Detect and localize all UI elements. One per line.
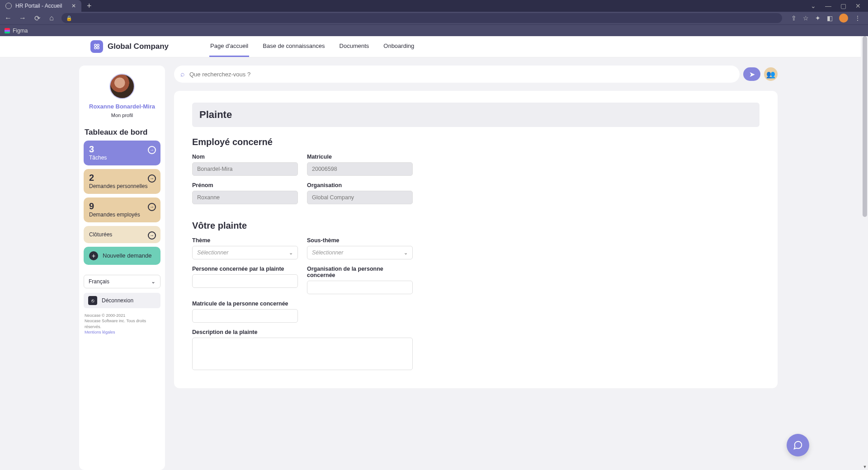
- employees-count: 9: [89, 201, 155, 212]
- textarea-description[interactable]: [192, 338, 413, 370]
- input-personne[interactable]: [192, 274, 298, 288]
- panel-icon[interactable]: ◧: [827, 14, 833, 22]
- star-icon[interactable]: ☆: [803, 14, 809, 22]
- bookmark-bar: Figma: [0, 24, 868, 36]
- search-input[interactable]: [189, 71, 733, 78]
- svg-point-0: [94, 44, 97, 47]
- send-button[interactable]: ➤: [743, 67, 760, 81]
- field-org-personne: Organisation de la personne concernée: [307, 266, 413, 294]
- dash-card-tasks[interactable]: 3 Tâches →: [84, 141, 160, 165]
- label-personne: Personne concernée par la plainte: [192, 266, 298, 272]
- select-theme[interactable]: Sélectionner ⌄: [192, 246, 298, 259]
- chat-fab[interactable]: [787, 434, 809, 456]
- employees-label: Demandes employés: [89, 212, 155, 218]
- scroll-down-icon[interactable]: ▼: [863, 465, 867, 469]
- input-organisation: Global Company: [307, 191, 413, 204]
- forward-icon[interactable]: →: [18, 14, 27, 22]
- browser-tab[interactable]: HR Portail - Accueil ✕: [0, 0, 81, 12]
- language-select[interactable]: Français ⌄: [84, 275, 160, 288]
- employee-grid: Nom Bonardel-Mira Matricule 20006598 Pré…: [192, 154, 760, 204]
- app-header: Global Company Page d'accueil Base de co…: [0, 36, 868, 57]
- dash-card-closed[interactable]: Clôturées →: [84, 226, 160, 243]
- tab-bar: HR Portail - Accueil ✕ + ⌄ — ▢ ✕: [0, 0, 868, 12]
- chevron-down-icon[interactable]: ⌄: [811, 2, 816, 9]
- my-profile-link[interactable]: Mon profil: [84, 113, 160, 118]
- arrow-right-icon: →: [148, 231, 156, 240]
- share-icon[interactable]: ⇪: [791, 14, 797, 22]
- plus-icon: +: [89, 251, 98, 260]
- nav-onboarding[interactable]: Onboarding: [382, 36, 415, 57]
- field-personne: Personne concernée par la plainte: [192, 266, 298, 294]
- section-employee-title: Employé concerné: [192, 137, 760, 147]
- label-org-personne: Organisation de la personne concernée: [307, 266, 413, 278]
- user-avatar[interactable]: [109, 74, 135, 99]
- user-name: Roxanne Bonardel-Mira: [84, 103, 160, 111]
- close-window-icon[interactable]: ✕: [855, 2, 861, 9]
- field-organisation: Organisation Global Company: [307, 182, 413, 204]
- form-panel: Plainte Employé concerné Nom Bonardel-Mi…: [174, 91, 778, 388]
- tab-title: HR Portail - Accueil: [15, 3, 62, 9]
- legal-link[interactable]: Mentions légales: [85, 330, 115, 334]
- label-matricule: Matricule: [307, 154, 413, 160]
- logout-label: Déconnexion: [102, 297, 133, 304]
- label-prenom: Prénom: [192, 182, 298, 188]
- chevron-down-icon: ⌄: [289, 250, 293, 256]
- window-controls: ⌄ — ▢ ✕: [803, 2, 868, 9]
- globe-icon: [5, 3, 12, 9]
- search-box[interactable]: ⌕: [174, 66, 740, 83]
- new-request-button[interactable]: + Nouvelle demande: [84, 247, 160, 265]
- maximize-icon[interactable]: ▢: [840, 2, 846, 9]
- legal-footer: Neocase © 2000-2021 Neocase Software inc…: [84, 313, 160, 335]
- tasks-label: Tâches: [89, 155, 155, 161]
- nav-home[interactable]: Page d'accueil: [209, 36, 249, 57]
- address-text: [75, 15, 76, 21]
- company-name: Global Company: [108, 42, 169, 51]
- close-icon[interactable]: ✕: [71, 3, 76, 9]
- input-matricule: 20006598: [307, 162, 413, 176]
- page-body: Roxanne Bonardel-Mira Mon profil Tableau…: [0, 57, 868, 470]
- field-prenom: Prénom Roxanne: [192, 182, 298, 204]
- label-nom: Nom: [192, 154, 298, 160]
- browser-chrome: HR Portail - Accueil ✕ + ⌄ — ▢ ✕ ← → ⟳ ⌂…: [0, 0, 868, 36]
- form-title: Plainte: [199, 109, 752, 121]
- figma-icon: [5, 28, 10, 33]
- nav-docs[interactable]: Documents: [339, 36, 370, 57]
- search-icon: ⌕: [180, 70, 185, 78]
- logo[interactable]: Global Company: [90, 40, 169, 53]
- top-nav: Page d'accueil Base de connaissances Doc…: [209, 36, 415, 57]
- back-icon[interactable]: ←: [4, 14, 13, 22]
- form-title-bar: Plainte: [192, 103, 760, 127]
- arrow-right-icon: →: [148, 146, 156, 154]
- reload-icon[interactable]: ⟳: [33, 14, 42, 23]
- home-icon[interactable]: ⌂: [47, 14, 56, 22]
- main-column: ⌕ ➤ 👥 Plainte Employé concerné Nom Bonar…: [174, 66, 778, 470]
- select-placeholder: Sélectionner: [197, 249, 229, 256]
- dash-card-personal[interactable]: 2 Demandes personnelles →: [84, 169, 160, 194]
- select-soustheme[interactable]: Sélectionner ⌄: [307, 246, 413, 259]
- dashboards-title: Tableaux de bord: [85, 128, 160, 137]
- extensions-icon[interactable]: ✦: [815, 14, 821, 22]
- dash-card-employees[interactable]: 9 Demandes employés →: [84, 197, 160, 222]
- chevron-down-icon: ⌄: [404, 250, 408, 256]
- bookmark-figma[interactable]: Figma: [13, 28, 28, 34]
- label-description: Description de la plainte: [192, 329, 413, 335]
- new-tab-button[interactable]: +: [81, 1, 97, 11]
- people-button[interactable]: 👥: [764, 67, 778, 81]
- sidebar: Roxanne Bonardel-Mira Mon profil Tableau…: [79, 66, 165, 470]
- chevron-down-icon: ⌄: [151, 278, 156, 285]
- menu-icon[interactable]: ⋮: [854, 14, 861, 22]
- language-value: Français: [89, 278, 109, 285]
- logout-button[interactable]: ⎋ Déconnexion: [84, 293, 160, 308]
- profile-avatar-icon[interactable]: [839, 14, 848, 23]
- field-description: Description de la plainte: [192, 329, 413, 370]
- scrollbar-track[interactable]: ▼: [861, 36, 868, 470]
- input-org-personne[interactable]: [307, 281, 413, 294]
- input-matricule-personne[interactable]: [192, 309, 298, 323]
- scrollbar-thumb[interactable]: [863, 36, 867, 217]
- minimize-icon[interactable]: —: [825, 2, 831, 9]
- legal-line1: Neocase © 2000-2021: [85, 313, 160, 319]
- input-nom: Bonardel-Mira: [192, 162, 298, 176]
- logo-icon: [90, 40, 103, 53]
- nav-kb[interactable]: Base de connaissances: [262, 36, 326, 57]
- address-bar[interactable]: 🔒: [61, 13, 782, 23]
